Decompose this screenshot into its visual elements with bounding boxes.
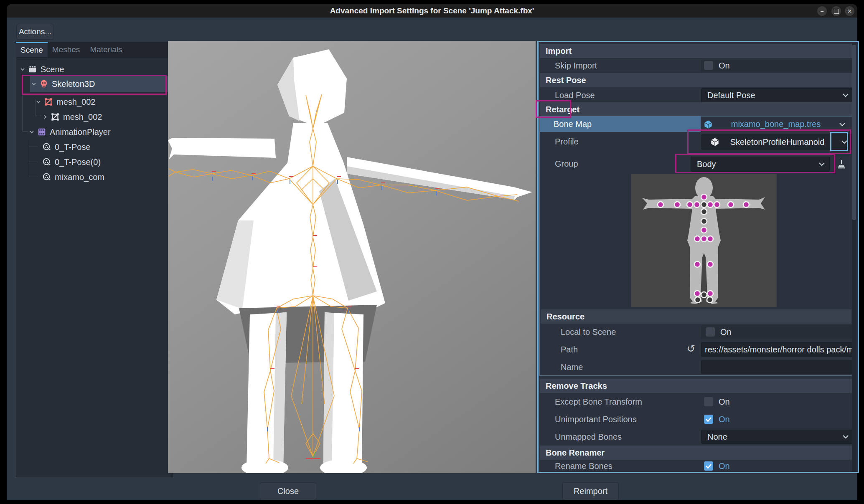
joint-hips[interactable]: [701, 236, 707, 242]
joint-left-upper-arm[interactable]: [687, 202, 693, 208]
chevron-down-icon[interactable]: [839, 122, 846, 127]
bone-map-resource-link[interactable]: mixamo_bone_map.tres: [724, 119, 828, 129]
close-dialog-button[interactable]: Close: [260, 482, 316, 500]
joint-chest[interactable]: [701, 202, 707, 208]
tree-item-skeleton3d[interactable]: Skeleton3D: [16, 76, 187, 91]
property-label: Unimportant Positions: [555, 415, 637, 424]
scene-icon: [28, 65, 37, 74]
joint-right-knee[interactable]: [707, 261, 713, 267]
checkbox-label: On: [719, 415, 730, 424]
category-label: Resource: [546, 312, 584, 322]
joint-left-ankle[interactable]: [694, 291, 700, 296]
tree-item-label: Skeleton3D: [52, 79, 95, 89]
reimport-button[interactable]: Reimport: [562, 482, 619, 500]
name-field[interactable]: [701, 360, 854, 374]
tab-materials[interactable]: Materials: [84, 42, 128, 57]
joint-left-hand[interactable]: [658, 202, 663, 208]
category-import[interactable]: Import: [540, 44, 852, 58]
chevron-right-icon[interactable]: [42, 114, 48, 120]
joint-neck[interactable]: [701, 194, 707, 200]
tree-item-scene[interactable]: Scene: [16, 62, 176, 77]
row-unmapped-bones: Unmapped Bones None: [540, 428, 852, 446]
chevron-down-icon[interactable]: [31, 81, 37, 87]
animation-icon: [42, 172, 51, 182]
close-icon: ✕: [847, 8, 852, 14]
property-label: Path: [561, 345, 578, 355]
joint-left-knee[interactable]: [694, 261, 700, 267]
joint-root[interactable]: [701, 292, 707, 298]
category-label: Import: [546, 46, 572, 56]
joint-right-hip[interactable]: [707, 236, 713, 242]
property-label: Unmapped Bones: [555, 432, 622, 442]
maximize-button[interactable]: [831, 6, 841, 16]
tree-item-mesh-002[interactable]: mesh_002: [16, 94, 192, 109]
except-bone-transform-checkbox[interactable]: [704, 397, 713, 406]
category-retarget[interactable]: Retarget: [540, 102, 852, 117]
revert-icon[interactable]: ↺: [687, 344, 695, 354]
row-group: Group Body: [540, 154, 852, 173]
scrollbar-thumb[interactable]: [852, 45, 856, 220]
tab-scene[interactable]: Scene: [16, 42, 48, 57]
chevron-down-icon[interactable]: [841, 140, 848, 144]
joint-left-toes[interactable]: [695, 297, 701, 303]
dropdown-value: Body: [697, 160, 716, 169]
advanced-import-settings-window: Advanced Import Settings for Scene 'Jump…: [0, 0, 864, 504]
chevron-down-icon[interactable]: [36, 99, 41, 105]
joint-right-upper-arm[interactable]: [714, 202, 720, 208]
property-label: Profile: [555, 137, 579, 147]
row-rename-bones: Rename Bones On: [540, 460, 852, 472]
window-bottom-edge: [0, 500, 864, 504]
mesh-instance-icon: [44, 97, 53, 106]
close-button[interactable]: ✕: [845, 6, 854, 16]
animation-icon: [42, 142, 51, 152]
tree-item-label: mesh_002: [63, 112, 102, 122]
tab-strip: Scene Meshes Materials: [16, 42, 173, 57]
reimport-button-label: Reimport: [574, 486, 607, 496]
joint-right-shoulder[interactable]: [707, 202, 713, 208]
category-label: Remove Tracks: [546, 381, 607, 391]
skip-import-checkbox[interactable]: [704, 61, 713, 70]
inspector-scrollbar[interactable]: [852, 43, 856, 472]
joint-spine-mid[interactable]: [701, 218, 707, 224]
joint-lower-spine[interactable]: [701, 227, 707, 233]
profile-resource-name: SkeletonProfileHumanoid: [726, 137, 828, 147]
chevron-down-icon[interactable]: [29, 129, 35, 135]
title-bar[interactable]: Advanced Import Settings for Scene 'Jump…: [7, 4, 857, 18]
unimportant-positions-checkbox[interactable]: [704, 415, 713, 424]
path-field[interactable]: res://assets/monster/horror dolls pack/m: [701, 342, 854, 357]
category-remove-tracks[interactable]: Remove Tracks: [540, 379, 852, 393]
tree-item-animation-player[interactable]: AnimationPlayer: [16, 124, 185, 139]
minimize-button[interactable]: −: [817, 6, 827, 16]
joint-right-hand[interactable]: [743, 202, 749, 208]
3d-preview-viewport[interactable]: 1 2: [168, 41, 536, 473]
group-filter-button[interactable]: [835, 157, 848, 172]
load-pose-dropdown[interactable]: Default Pose: [701, 88, 854, 102]
rename-bones-checkbox[interactable]: [704, 461, 713, 471]
path-value: res://assets/monster/horror dolls pack/m: [705, 345, 854, 355]
minimize-icon: −: [820, 8, 823, 14]
unmapped-bones-dropdown[interactable]: None: [701, 430, 854, 444]
category-resource[interactable]: Resource: [541, 309, 851, 324]
joint-right-forearm[interactable]: [728, 202, 734, 208]
joint-left-shoulder[interactable]: [694, 202, 700, 208]
row-skip-import: Skip Import On: [540, 58, 852, 73]
chevron-down-icon[interactable]: [20, 66, 25, 72]
category-bone-renamer[interactable]: Bone Renamer: [540, 446, 852, 460]
actions-button[interactable]: Actions...: [16, 24, 54, 40]
bone-group-body-picker[interactable]: [631, 174, 777, 307]
category-rest-pose[interactable]: Rest Pose: [540, 73, 852, 87]
joint-left-hip[interactable]: [694, 236, 700, 242]
tab-meshes-label: Meshes: [52, 45, 80, 54]
joint-left-forearm[interactable]: [674, 202, 680, 208]
tree-item-label: 0_T-Pose(0): [55, 157, 101, 167]
joint-spine-upper[interactable]: [701, 209, 707, 215]
joint-right-toes[interactable]: [707, 297, 713, 303]
chevron-down-icon: [842, 435, 849, 439]
chevron-down-icon: [842, 93, 849, 97]
local-to-scene-checkbox[interactable]: [706, 327, 715, 337]
profile-resource-field[interactable]: SkeletonProfileHumanoid: [701, 134, 854, 150]
group-dropdown[interactable]: Body: [691, 157, 830, 172]
tab-meshes[interactable]: Meshes: [48, 42, 84, 57]
property-label: Name: [561, 362, 583, 372]
joint-right-ankle[interactable]: [707, 291, 713, 296]
